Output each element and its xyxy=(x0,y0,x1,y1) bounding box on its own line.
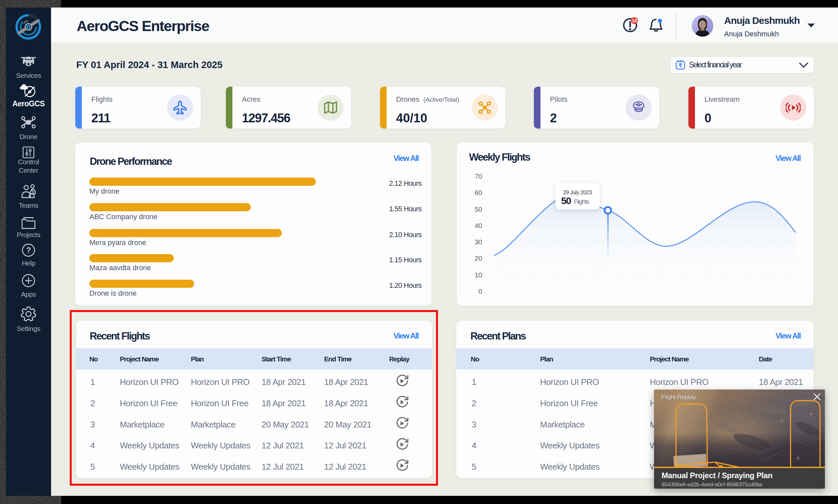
svg-text:29 July 2023: 29 July 2023 xyxy=(563,190,592,196)
svg-text:30: 30 xyxy=(475,238,482,246)
svg-text:40: 40 xyxy=(475,222,482,229)
svg-text:20: 20 xyxy=(475,254,482,262)
svg-text:0: 0 xyxy=(478,287,482,295)
svg-text:50: 50 xyxy=(561,195,571,206)
svg-text:₹: ₹ xyxy=(679,62,682,69)
svg-text:10: 10 xyxy=(475,271,482,278)
svg-text:60: 60 xyxy=(475,189,482,196)
svg-text:10: 10 xyxy=(632,18,637,23)
svg-text:?: ? xyxy=(26,246,31,254)
svg-text:50: 50 xyxy=(475,205,482,213)
svg-text:70: 70 xyxy=(475,173,482,180)
svg-text:Flights: Flights xyxy=(574,198,589,205)
